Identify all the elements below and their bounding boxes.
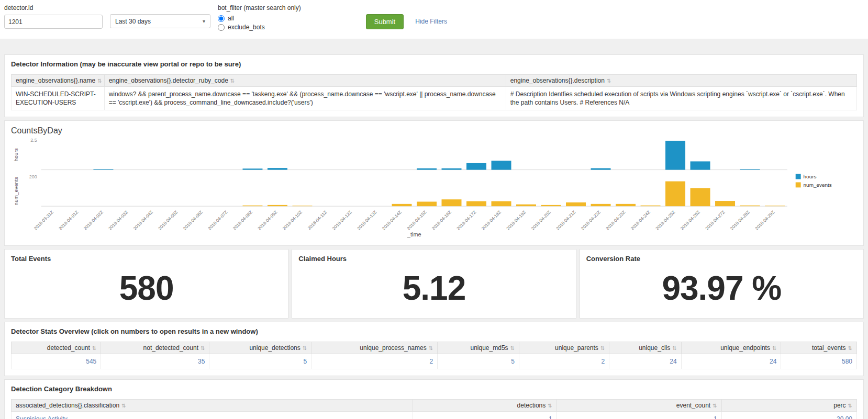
svg-text:2018-04-24Z: 2018-04-24Z: [630, 210, 651, 231]
svg-text:2018-04-02Z: 2018-04-02Z: [83, 210, 104, 231]
hide-filters-link[interactable]: Hide Filters: [415, 18, 447, 25]
total-events-title: Total Events: [11, 255, 282, 263]
dashboard-body: Detector Information (may be inaccurate …: [0, 39, 868, 419]
bot-filter-radio-all-label: all: [228, 15, 234, 22]
svg-text:2018-04-26Z: 2018-04-26Z: [680, 210, 701, 231]
svg-text:hours: hours: [804, 174, 817, 180]
conversion-rate-value: 93.97 %: [586, 269, 857, 308]
sort-icon: ⇅: [429, 345, 433, 351]
column-header-label: engine_observations{}.name: [16, 77, 95, 84]
unique-endpoints-value[interactable]: 24: [681, 354, 781, 369]
svg-text:200: 200: [29, 174, 37, 179]
sort-icon: ⇅: [772, 345, 776, 351]
svg-text:_time: _time: [407, 231, 421, 237]
column-header-label: not_detected_count: [143, 344, 198, 352]
column-header-classification[interactable]: associated_detections{}.classification⇅: [12, 400, 413, 412]
table-row: WIN-SCHEDULED-SCRIPT-EXECUTION-USERS win…: [12, 87, 857, 110]
category-breakdown-table: associated_detections{}.classification⇅ …: [11, 399, 857, 419]
total-events-table-value[interactable]: 580: [781, 354, 857, 369]
submit-button[interactable]: Submit: [366, 14, 404, 29]
column-header-detections[interactable]: detections⇅: [413, 400, 557, 412]
column-header-unique-endpoints[interactable]: unique_endpoints⇅: [681, 342, 781, 354]
bot-filter-option-exclude-bots: exclude_bots: [218, 24, 301, 31]
claimed-hours-panel: Claimed Hours 5.12: [292, 249, 576, 319]
svg-text:hours: hours: [13, 149, 19, 162]
not-detected-count-value[interactable]: 35: [101, 354, 209, 369]
svg-text:2018-04-22Z: 2018-04-22Z: [580, 210, 602, 231]
detected-count-value[interactable]: 545: [12, 354, 101, 369]
column-header-detected-count[interactable]: detected_count⇅: [12, 342, 101, 354]
bot-filter-radio-all[interactable]: [218, 15, 225, 22]
svg-text:2018-04-04Z: 2018-04-04Z: [132, 210, 154, 231]
detector-id-input[interactable]: [4, 15, 103, 29]
bot-filter-option-all: all: [218, 15, 301, 22]
filter-bar: detector.id Last 30 days ▾ bot_filter (m…: [0, 0, 868, 39]
svg-text:2018-04-13Z: 2018-04-13Z: [356, 210, 377, 231]
claimed-hours-title: Claimed Hours: [298, 255, 569, 263]
bot-filter-label: bot_filter (master search only): [218, 4, 301, 12]
bot-filter: bot_filter (master search only) all excl…: [218, 4, 301, 32]
classification-value[interactable]: Suspicious Activity: [12, 412, 413, 419]
conversion-rate-panel: Conversion Rate 93.97 %: [580, 249, 864, 319]
svg-text:2018-04-25Z: 2018-04-25Z: [654, 210, 676, 231]
unique-detections-value[interactable]: 5: [209, 354, 311, 369]
sort-icon: ⇅: [230, 78, 235, 84]
column-header-unique-detections[interactable]: unique_detections⇅: [209, 342, 311, 354]
unique-clis-value[interactable]: 24: [609, 354, 681, 369]
svg-text:2018-04-17Z: 2018-04-17Z: [455, 210, 477, 231]
sort-icon: ⇅: [713, 403, 717, 409]
table-row: 545 35 5 2 5 2 24 24 580: [12, 354, 857, 369]
counts-by-day-chart[interactable]: 2.5hours200num_events2018-03-31Z2018-04-…: [11, 137, 857, 239]
svg-text:2018-04-05Z: 2018-04-05Z: [157, 210, 179, 231]
column-header-event-count[interactable]: event_count⇅: [557, 400, 721, 412]
category-row: Suspicious Activity 1 1 20.00: [12, 412, 857, 419]
column-header-label: unique_endpoints: [720, 344, 770, 352]
counts-by-day-title: CountsByDay: [11, 126, 857, 135]
column-header-label: engine_observations{}.detector_ruby_code: [109, 77, 228, 84]
time-range-value: Last 30 days: [115, 18, 151, 25]
sort-icon: ⇅: [121, 403, 126, 409]
bot-filter-radio-exclude-bots[interactable]: [218, 24, 225, 31]
svg-text:2018-04-12Z: 2018-04-12Z: [331, 210, 353, 231]
svg-text:2018-04-21Z: 2018-04-21Z: [555, 210, 576, 231]
svg-text:2018-04-28Z: 2018-04-28Z: [729, 210, 751, 231]
svg-text:num_events: num_events: [13, 177, 19, 206]
column-header-unique-process-names[interactable]: unique_process_names⇅: [311, 342, 438, 354]
column-header-description[interactable]: engine_observations{}.description⇅: [506, 75, 856, 87]
column-header-total-events[interactable]: total_events⇅: [781, 342, 857, 354]
unique-md5s-value[interactable]: 5: [438, 354, 519, 369]
column-header-perc[interactable]: perc⇅: [721, 400, 856, 412]
detector-information-panel: Detector Information (may be inaccurate …: [4, 54, 864, 117]
svg-text:2018-04-07Z: 2018-04-07Z: [207, 210, 228, 231]
perc-value[interactable]: 20.00: [721, 412, 856, 419]
svg-text:2018-04-19Z: 2018-04-19Z: [505, 210, 527, 231]
column-header-not-detected-count[interactable]: not_detected_count⇅: [101, 342, 209, 354]
svg-text:2018-04-08Z: 2018-04-08Z: [232, 210, 253, 231]
column-header-label: unique_parents: [555, 344, 598, 352]
svg-text:2018-04-20Z: 2018-04-20Z: [530, 210, 552, 231]
event-count-value[interactable]: 1: [557, 412, 721, 419]
detector-id-label: detector.id: [4, 4, 103, 12]
svg-text:2.5: 2.5: [30, 138, 37, 143]
sort-icon: ⇅: [510, 345, 515, 351]
time-range-dropdown[interactable]: Last 30 days ▾: [110, 14, 210, 28]
column-header-unique-parents[interactable]: unique_parents⇅: [519, 342, 609, 354]
svg-text:2018-04-09Z: 2018-04-09Z: [257, 210, 278, 231]
svg-text:2018-04-06Z: 2018-04-06Z: [182, 210, 204, 231]
unique-process-names-value[interactable]: 2: [311, 354, 438, 369]
svg-text:2018-04-03Z: 2018-04-03Z: [107, 210, 129, 231]
unique-parents-value[interactable]: 2: [519, 354, 609, 369]
sort-icon: ⇅: [548, 403, 552, 409]
bot-filter-radio-exclude-bots-label: exclude_bots: [228, 24, 265, 31]
column-header-unique-md5s[interactable]: unique_md5s⇅: [438, 342, 519, 354]
column-header-ruby-code[interactable]: engine_observations{}.detector_ruby_code…: [104, 75, 506, 87]
column-header-unique-clis[interactable]: unique_clis⇅: [609, 342, 681, 354]
column-header-label: unique_detections: [249, 344, 300, 352]
svg-text:2018-04-29Z: 2018-04-29Z: [754, 210, 775, 231]
svg-text:num_events: num_events: [804, 183, 832, 188]
sort-icon: ⇅: [92, 345, 96, 351]
detection-category-breakdown-title: Detection Category Breakdown: [11, 385, 857, 393]
detections-value[interactable]: 1: [413, 412, 557, 419]
detector-ruby-code-cell: windows? && parent_process_name.downcase…: [104, 87, 506, 110]
column-header-name[interactable]: engine_observations{}.name⇅: [12, 75, 105, 87]
